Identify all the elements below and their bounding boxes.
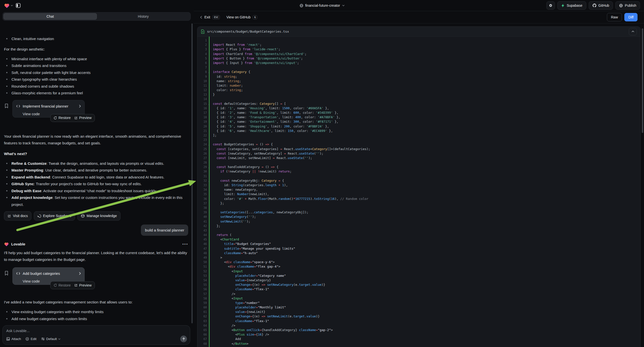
code-line: 19 { id: '4', name: 'Entertainment', lim…	[198, 120, 640, 124]
code-editor[interactable]: 1 2import React from 'react';3import { P…	[198, 36, 640, 347]
code-line: 15⌄const defaultCategories: Category[] =…	[198, 102, 640, 106]
code-line: 52 <Input	[198, 269, 640, 274]
code-line: 22];	[198, 133, 640, 138]
code-line: 30 if (!newCategory || !newLimit) return…	[198, 169, 640, 174]
list-item: Add project knowledge: Set key context o…	[4, 194, 188, 208]
github-button[interactable]: GitHub	[589, 1, 613, 10]
preview-button[interactable]: Preview	[74, 114, 92, 121]
code-line: 27 const [newLimit, setNewLimit] = React…	[198, 156, 640, 160]
code-line: 11 limit: number;	[198, 84, 640, 88]
code-line: 49 >	[198, 256, 640, 260]
chat-scrollbar[interactable]	[192, 24, 193, 323]
file-added-icon	[201, 29, 205, 34]
code-line: 20 { id: '5', name: 'Shopping', limit: 2…	[198, 124, 640, 129]
publish-label: Publish	[625, 4, 636, 8]
assistant-header: Lovable •••	[4, 241, 188, 248]
settings-button[interactable]	[546, 1, 555, 10]
restore-button[interactable]: Restore	[54, 282, 71, 289]
restore-preview-pill: Restore Preview	[50, 281, 95, 289]
code-line: 53 placeholder="Category name"	[198, 274, 640, 278]
code-line: 24⌄const BudgetCategories = () => {	[198, 142, 640, 146]
code-line: 9 id: string;	[198, 74, 640, 79]
code-line: 65 <Button onClick={handleAddCategory} c…	[198, 328, 640, 332]
code-line: 32⌄ const newCategoryObj: Category = {	[198, 178, 640, 183]
code-line: 47 subtitle="Manage your spending limits…	[198, 246, 640, 251]
supabase-button[interactable]: Supabase	[557, 1, 586, 10]
code-line: 13}	[198, 92, 640, 97]
chat-composer[interactable]: Ask Lovable... Attach Edit	[2, 325, 190, 345]
attach-button[interactable]: Attach	[6, 337, 21, 341]
external-link-icon	[8, 214, 11, 218]
explore-supabase-button[interactable]: Explore Supabase	[34, 211, 75, 220]
code-line: 1	[198, 38, 640, 42]
tab-history[interactable]: History	[97, 13, 190, 20]
sidebar-toggle-icon[interactable]	[16, 3, 21, 8]
chat-message-list[interactable]: Clean, intuitive navigation For the desi…	[0, 33, 194, 323]
list-item: Debug with Ease: Activate our experiment…	[4, 188, 188, 194]
publish-globe-icon	[619, 4, 623, 8]
code-line: 55 onChange={(e) => setNewCategory(e.tar…	[198, 282, 640, 287]
code-line: 63 className="flex-1"	[198, 319, 640, 323]
project-name: financial-future-creator	[305, 4, 340, 8]
exit-label: Exit	[204, 15, 210, 19]
code-line: 44 return (	[198, 233, 640, 237]
code-line: 67 Add	[198, 337, 640, 341]
code-line: 7	[198, 65, 640, 70]
chat-panel: Chat History Clean, intuitive navigation…	[0, 11, 194, 347]
visit-docs-button[interactable]: Visit docs	[4, 211, 31, 220]
list-item: Soft, neutral color palette with light b…	[4, 69, 188, 76]
code-line: 2import React from 'react';	[198, 42, 640, 47]
code-viewer-header: Exit ESC View on GitHub G Raw Diff	[194, 11, 644, 24]
publish-button[interactable]: Publish	[615, 1, 640, 10]
collapse-file-button[interactable]	[629, 28, 637, 35]
assistant-paragraph: I'll help you add budget categories to t…	[4, 250, 188, 263]
lovable-logo-icon[interactable]	[4, 3, 13, 8]
mode-select[interactable]: Default	[41, 337, 61, 341]
preview-button[interactable]: Preview	[74, 282, 92, 289]
code-line: 33 id: String(categories.length + 1),	[198, 183, 640, 188]
code-scrollbar[interactable]	[642, 28, 643, 133]
code-line: 6import { Input } from '@/components/ui/…	[198, 61, 640, 65]
chat-input[interactable]: Ask Lovable...	[6, 328, 186, 333]
code-line: 40 setNewCategory('');	[198, 214, 640, 219]
raw-toggle-button[interactable]: Raw	[607, 13, 622, 22]
file-path-bar[interactable]: src/components/budget/BudgetCategories.t…	[198, 27, 640, 36]
code-line: 28	[198, 160, 640, 165]
list-item: Glass-morphic elements for a premium fee…	[4, 90, 188, 96]
tab-chat[interactable]: Chat	[4, 13, 97, 20]
edit-button[interactable]: Edit	[26, 337, 36, 341]
user-message: build a financial planner	[141, 224, 188, 236]
bookmark-icon[interactable]	[4, 271, 8, 276]
heart-icon	[4, 242, 9, 246]
code-line: 64 />	[198, 323, 640, 328]
restore-button[interactable]: Restore	[54, 114, 71, 121]
list-item: Master Prompting: Use clear, detailed, a…	[4, 167, 188, 174]
send-button[interactable]	[180, 336, 187, 342]
project-switcher[interactable]: financial-future-creator	[300, 4, 344, 8]
chevron-right-icon	[79, 272, 81, 275]
sliders-icon	[41, 337, 45, 340]
view-on-github-button[interactable]: View on GitHub G	[226, 15, 257, 20]
diff-toggle-button[interactable]: Diff	[624, 13, 638, 22]
code-line: 66 <Plus size={16} />	[198, 332, 640, 337]
supabase-icon	[561, 4, 564, 8]
code-line: 45 <ChartCard	[198, 237, 640, 242]
message-menu-icon[interactable]: •••	[182, 241, 188, 248]
github-icon	[592, 4, 596, 8]
bookmark-icon[interactable]	[4, 104, 8, 108]
globe-icon	[300, 4, 303, 8]
chevron-down-icon	[58, 338, 60, 340]
code-lines: 1 2import React from 'react';3import { P…	[198, 38, 640, 346]
manage-knowledge-button[interactable]: Manage knowledge	[78, 211, 120, 220]
external-link-icon	[74, 116, 78, 120]
restore-label: Restore	[58, 114, 71, 121]
arrow-up-icon	[182, 337, 185, 340]
exit-button[interactable]: Exit ESC	[200, 15, 220, 20]
whats-next-heading: What's next?	[4, 150, 188, 157]
mode-label: Default	[46, 337, 57, 341]
list-item: Clean typography with clear hierarchies	[4, 76, 188, 83]
summary-bullets: View existing budget categories with the…	[4, 308, 188, 323]
chevron-right-icon	[79, 104, 81, 108]
code-line: 25 const [categories, setCategories] = R…	[198, 147, 640, 151]
version-title: Add budget categories	[23, 270, 76, 277]
